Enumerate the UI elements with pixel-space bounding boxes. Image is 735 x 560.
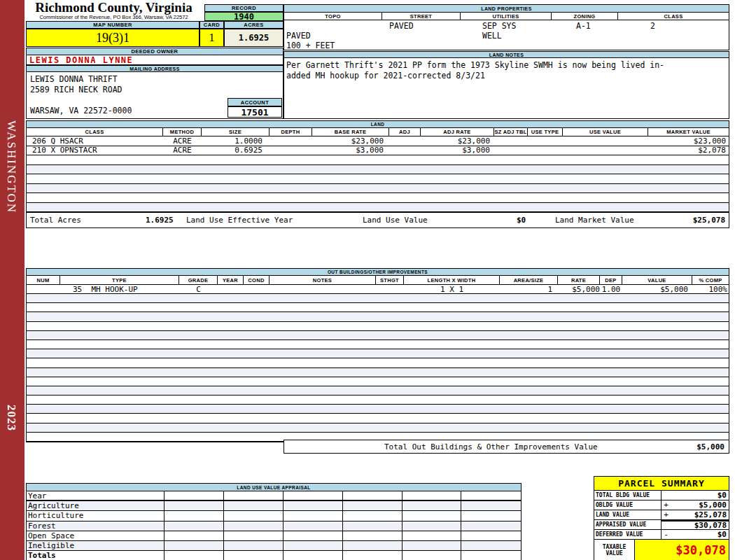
ps-label: APPRAISED VALUE	[594, 520, 662, 529]
class-value: 2	[650, 21, 655, 31]
cell-area-size: 1	[500, 285, 558, 294]
land-columns: CLASS METHOD SIZE DEPTH BASE RATE ADJ AD…	[27, 128, 729, 136]
deeded-owner-value: LEWIS DONNA LYNNE	[26, 55, 284, 65]
col-rate: RATE	[558, 276, 600, 284]
record-value: 1940	[204, 12, 284, 21]
cell-class: 210 X OPNSTACR	[27, 146, 163, 155]
cell-size: 1.0000	[202, 136, 270, 146]
appraisal-cell	[343, 551, 402, 560]
land-market-value-label: Land Market Value	[555, 216, 634, 225]
cell-adj-rate: $23,000	[421, 136, 494, 146]
appraisal-cell	[461, 531, 521, 540]
map-number-header: MAP NUMBER	[26, 21, 200, 29]
zoning-value: A-1	[576, 21, 591, 31]
col-street: STREET	[382, 13, 461, 20]
topo-value-1: PAVED	[286, 31, 311, 41]
land-properties-section: LAND PROPERTIES TOPO STREET UTILITIES ZO…	[284, 4, 729, 50]
empty-row	[27, 405, 729, 414]
effective-year-label: Land Use Effective Year	[186, 216, 293, 225]
account-value: 17501	[227, 106, 282, 118]
appraisal-cell	[402, 551, 462, 560]
appraisal-cell	[164, 522, 224, 531]
appraisal-row-forest: Forest	[27, 522, 521, 531]
col-pct-comp: % COMP	[692, 276, 729, 284]
county-title: Richmond County, Virginia	[28, 1, 200, 15]
col-type: TYPE	[60, 276, 179, 284]
appraisal-row-label: Forest	[27, 522, 164, 531]
ps-op: +	[662, 510, 671, 519]
col-utilities: UTILITIES	[461, 13, 552, 20]
land-notes-line-2: added MH hookup for 2021-corrected 8/3/2…	[286, 71, 729, 81]
parcel-summary-title: PARCEL SUMMARY	[594, 477, 729, 491]
mailing-address-header: MAILING ADDRESS	[26, 65, 284, 72]
record-header: RECORD	[204, 4, 284, 12]
empty-row	[27, 358, 729, 368]
cell-market-value: $2,078	[648, 146, 729, 155]
col-market-value: MARKET VALUE	[648, 128, 729, 136]
appraisal-row-label: Totals	[27, 551, 164, 560]
ps-value: $25,078	[671, 510, 729, 519]
land-notes-box: Per Garnett Thrift's 2021 PP form the 19…	[284, 58, 729, 119]
utilities-value-2: WELL	[482, 31, 502, 41]
appraisal-cell	[343, 501, 402, 510]
taxable-value: $30,078	[635, 540, 729, 560]
district-name: WASHINGTON	[4, 120, 18, 214]
parcel-summary: PARCEL SUMMARY TOTAL BLDG VALUE $0 OBLDG…	[594, 476, 729, 560]
col-value: VALUE	[622, 276, 692, 284]
col-method: METHOD	[163, 128, 202, 136]
out-buildings-total-label: Total Out Buildings & Other Improvements…	[384, 442, 598, 451]
appraisal-cell	[284, 522, 343, 531]
land-use-value-label: Land Use Value	[363, 216, 428, 225]
empty-row	[27, 165, 729, 175]
cell-market-value: $23,000	[648, 136, 729, 146]
title-block: Richmond County, Virginia Commissioner o…	[28, 1, 200, 21]
street-value: PAVED	[389, 21, 414, 31]
land-row-1: 206 Q HSACR ACRE 1.0000 $23,000 $23,000 …	[27, 136, 729, 146]
cell-dep: 1.00	[600, 285, 622, 294]
mailing-line-2: 2589 RICH NECK ROAD	[30, 85, 122, 94]
cell-base-rate: $23,000	[312, 136, 389, 146]
account-header: ACCOUNT	[227, 98, 282, 106]
appraisal-cell	[461, 511, 521, 520]
appraisal-cell	[284, 491, 343, 500]
appraisal-cell	[284, 531, 343, 540]
empty-row	[27, 193, 729, 203]
appraisal-cell	[343, 541, 402, 550]
cell-value: $5,000	[622, 285, 692, 294]
cell-length-width: 1 X 1	[404, 285, 500, 294]
land-totals-row: Total Acres 1.6925 Land Use Effective Ye…	[27, 212, 729, 227]
empty-row	[27, 424, 729, 433]
empty-row	[27, 155, 729, 165]
appraisal-row-label: Horticulture	[27, 511, 164, 520]
empty-row	[27, 377, 729, 386]
appraisal-cell	[284, 501, 343, 510]
appraisal-cell	[224, 511, 284, 520]
out-buildings-total-row: Total Out Buildings & Other Improvements…	[284, 440, 729, 454]
appraisal-row-year: Year	[27, 491, 521, 501]
out-buildings-empty-rows	[27, 294, 729, 442]
empty-row	[27, 312, 729, 321]
land-market-value: $25,078	[693, 216, 725, 225]
empty-row	[27, 184, 729, 194]
deeded-owner-header: DEEDED OWNER	[26, 48, 284, 55]
cell-rate: $5,000	[558, 285, 600, 294]
ps-row-land: LAND VALUE + $25,078	[594, 510, 729, 520]
ps-row-deferred: DEFERRED VALUE - $0	[594, 530, 729, 540]
ps-value: $0	[671, 491, 729, 500]
ps-label: DEFERRED VALUE	[594, 530, 662, 539]
land-use-appraisal-table: LAND USE VALUE APPRAISAL YearAgriculture…	[26, 483, 522, 560]
col-area-size: AREA/SIZE	[500, 276, 558, 284]
appraisal-cell	[402, 511, 462, 520]
cell-grade: C	[179, 285, 218, 294]
ps-op	[662, 520, 671, 529]
appraisal-row-open-space: Open Space	[27, 531, 521, 541]
cell-pct-comp: 100%	[692, 285, 729, 294]
appraisal-cell	[461, 491, 521, 500]
land-notes-line-1: Per Garnett Thrift's 2021 PP form the 19…	[286, 60, 729, 71]
appraisal-cell	[224, 541, 284, 550]
col-year: YEAR	[218, 276, 244, 284]
appraisal-cell	[224, 522, 284, 531]
ps-value: $0	[671, 530, 729, 539]
land-notes-header: LAND NOTES	[284, 51, 729, 58]
out-buildings-total-value: $5,000	[696, 442, 724, 451]
